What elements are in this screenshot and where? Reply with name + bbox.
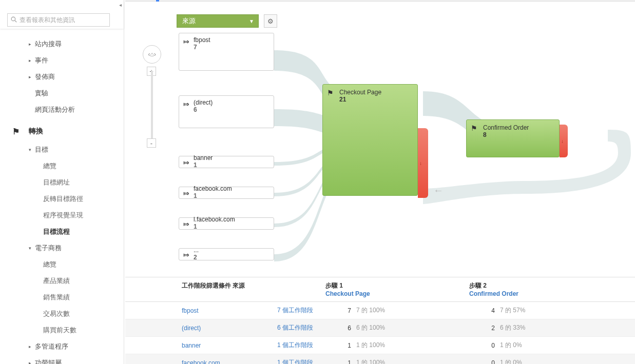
chevron-right-icon: ▸ bbox=[29, 74, 31, 79]
row-step2-count: 4 bbox=[469, 307, 495, 314]
nav-label: 程序視覺呈現 bbox=[43, 211, 83, 220]
table-row[interactable]: facebook.com1 個工作階段11 的 100%01 的 0% bbox=[125, 354, 635, 364]
row-source-link[interactable]: banner bbox=[182, 342, 201, 349]
source-node-facebook[interactable]: ⤇ facebook.com1 bbox=[179, 187, 274, 199]
table-row[interactable]: fbpost7 個工作階段77 的 100%47 的 57% bbox=[125, 302, 635, 319]
dropoff-indicator-step2[interactable]: ↓ bbox=[560, 125, 568, 157]
nav-label: 總覽 bbox=[43, 260, 56, 269]
source-count: 2 bbox=[194, 254, 199, 261]
nav-label: 目標網址 bbox=[43, 178, 70, 187]
row-step2-count: 0 bbox=[469, 359, 495, 365]
nav-ecom-transactions[interactable]: 交易次數 bbox=[0, 306, 124, 322]
nav-ecom-product[interactable]: 產品業績 bbox=[0, 273, 124, 289]
source-node-lfacebook[interactable]: ⤇ l.facebook.com1 bbox=[179, 217, 274, 230]
source-node-fbpost[interactable]: ⤇ fbpost7 bbox=[179, 33, 274, 71]
source-node-direct[interactable]: ⤇ (direct)6 bbox=[179, 95, 274, 128]
enter-arrow-icon: ⤇ bbox=[183, 189, 189, 197]
chevron-right-icon: ▸ bbox=[29, 42, 31, 47]
nav-goals-overview[interactable]: 總覽 bbox=[0, 158, 124, 174]
header-sublabel: Checkout Page bbox=[325, 290, 459, 297]
nav-label: 發佈商 bbox=[35, 72, 55, 82]
sidebar-header: ◂ bbox=[0, 0, 124, 29]
row-sessions: 7 個工作階段 bbox=[277, 306, 313, 315]
step-node-confirmed[interactable]: ⚑ Confirmed Order8 bbox=[466, 119, 560, 157]
nav-goals[interactable]: ▾目標 bbox=[0, 141, 124, 158]
row-source-link[interactable]: fbpost bbox=[182, 307, 199, 314]
enter-arrow-icon: ⤇ bbox=[183, 251, 189, 259]
step-count: 8 bbox=[483, 131, 554, 138]
nav-label: 總覽 bbox=[43, 161, 56, 171]
nav-multichannel[interactable]: ▸多管道程序 bbox=[0, 338, 124, 355]
row-source-link[interactable]: (direct) bbox=[182, 325, 201, 332]
nav-goals-funnel[interactable]: 程序視覺呈現 bbox=[0, 207, 124, 224]
source-name: facebook.com bbox=[194, 185, 232, 192]
row-step1-count: 1 bbox=[325, 359, 351, 365]
step-name: Confirmed Order bbox=[483, 124, 554, 131]
dimension-select[interactable]: 來源 ▼ bbox=[177, 14, 259, 28]
nav-label: 事件 bbox=[35, 56, 48, 65]
source-name: banner bbox=[194, 154, 213, 161]
nav-section-conversions[interactable]: ⚑ 轉換 bbox=[0, 123, 124, 139]
nav-attribution[interactable]: ▸功勞歸屬 bbox=[0, 355, 124, 364]
back-arrow-icon: ← bbox=[433, 185, 444, 196]
nav-label: 實驗 bbox=[35, 89, 48, 98]
header-step1: 步驟 1Checkout Page bbox=[320, 277, 464, 301]
nav-label: 產品業績 bbox=[43, 276, 70, 286]
goal-flow-chart: ‹ ⌂ › + - ⤇ fbpost7 ⤇ (direct)6 bbox=[125, 30, 635, 276]
dimension-label: 來源 bbox=[182, 16, 196, 26]
source-count: 1 bbox=[194, 223, 235, 230]
nav-site-search[interactable]: ▸站內搜尋 bbox=[0, 36, 124, 52]
enter-arrow-icon: ⤇ bbox=[183, 158, 189, 167]
down-arrow-icon: ↓ bbox=[561, 138, 564, 144]
row-sessions: 1 個工作階段 bbox=[277, 341, 313, 350]
enter-arrow-icon: ⤇ bbox=[183, 220, 189, 228]
nav-goals-reverse[interactable]: 反轉目標路徑 bbox=[0, 191, 124, 207]
source-count: 1 bbox=[194, 161, 213, 169]
source-count: 7 bbox=[194, 44, 210, 51]
sidebar-nav: ▸站內搜尋 ▸事件 ▸發佈商 實驗 網頁活動分析 ⚑ 轉換 ▾目標 總覽 目標網… bbox=[0, 29, 124, 364]
nav-label: 轉換 bbox=[29, 127, 43, 136]
nav-ecommerce[interactable]: ▾電子商務 bbox=[0, 240, 124, 256]
row-step1-pct: 7 的 100% bbox=[356, 306, 385, 315]
nav-events[interactable]: ▸事件 bbox=[0, 52, 124, 69]
source-count: 1 bbox=[194, 192, 232, 199]
nav-label: 網頁活動分析 bbox=[35, 105, 75, 114]
nav-label: 反轉目標路徑 bbox=[43, 194, 83, 204]
chevron-right-icon: ▸ bbox=[29, 360, 31, 364]
down-arrow-icon: ↓ bbox=[419, 160, 422, 166]
sidebar: ◂ ▸站內搜尋 ▸事件 ▸發佈商 實驗 網頁活動分析 ⚑ 轉換 ▾目標 總覽 目… bbox=[0, 0, 124, 364]
table-row[interactable]: banner1 個工作階段11 的 100%01 的 0% bbox=[125, 337, 635, 354]
nav-label: 電子商務 bbox=[35, 244, 62, 253]
row-source-link[interactable]: facebook.com bbox=[182, 359, 220, 365]
nav-inpage[interactable]: 網頁活動分析 bbox=[0, 102, 124, 118]
nav-ecom-sales[interactable]: 銷售業績 bbox=[0, 289, 124, 306]
nav-label: 功勞歸屬 bbox=[35, 358, 62, 364]
dropoff-indicator-step1[interactable]: ↓ bbox=[418, 128, 428, 198]
nav-goals-urls[interactable]: 目標網址 bbox=[0, 174, 124, 191]
nav-publisher[interactable]: ▸發佈商 bbox=[0, 69, 124, 85]
source-node-other[interactable]: ⤇ ...2 bbox=[179, 248, 274, 260]
row-step1-count: 6 bbox=[325, 325, 351, 332]
flow-data-table: 工作階段篩選條件 來源 步驟 1Checkout Page 步驟 2Confir… bbox=[125, 277, 635, 364]
header-label: 工作階段篩選條件 來源 bbox=[182, 281, 315, 290]
settings-button[interactable]: ⚙ bbox=[264, 14, 277, 28]
nav-ecom-overview[interactable]: 總覽 bbox=[0, 256, 124, 273]
row-step2-pct: 1 的 0% bbox=[500, 358, 522, 364]
row-sessions: 1 個工作階段 bbox=[277, 358, 313, 364]
active-tab-indicator bbox=[156, 0, 159, 2]
row-step2-pct: 1 的 0% bbox=[500, 341, 522, 350]
nav-goals-flow[interactable]: 目標流程 bbox=[0, 224, 124, 240]
table-row[interactable]: (direct)6 個工作階段66 的 100%26 的 33% bbox=[125, 319, 635, 337]
source-node-banner[interactable]: ⤇ banner1 bbox=[179, 156, 274, 168]
table-header: 工作階段篩選條件 來源 步驟 1Checkout Page 步驟 2Confir… bbox=[125, 277, 635, 302]
flag-icon: ⚑ bbox=[327, 89, 334, 97]
nav-ecom-days[interactable]: 購買前天數 bbox=[0, 322, 124, 338]
step-node-checkout[interactable]: ⚑ Checkout Page21 bbox=[322, 84, 418, 196]
search-input[interactable] bbox=[20, 16, 106, 24]
collapse-sidebar-icon[interactable]: ◂ bbox=[119, 2, 124, 10]
nav-experiments[interactable]: 實驗 bbox=[0, 85, 124, 102]
search-input-wrapper[interactable] bbox=[7, 13, 110, 27]
header-filter: 工作階段篩選條件 來源 bbox=[125, 277, 320, 301]
row-step2-pct: 6 的 33% bbox=[500, 323, 525, 332]
chevron-down-icon: ▼ bbox=[249, 18, 254, 24]
